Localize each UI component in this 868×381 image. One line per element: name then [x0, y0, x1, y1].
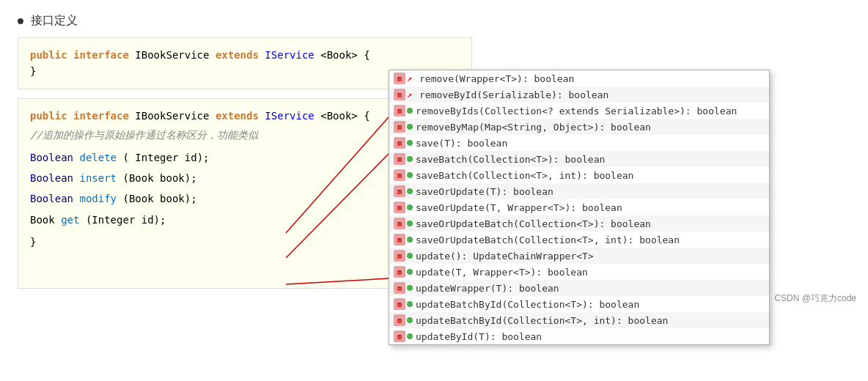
ac-icon-green	[407, 301, 413, 307]
ac-icon-green	[407, 140, 413, 146]
ac-icon-green	[407, 156, 413, 162]
ac-icon-m: m	[394, 201, 405, 213]
ac-icon-m: m	[394, 314, 405, 326]
ac-item[interactable]: msaveOrUpdateBatch(Collection<T>, int): …	[389, 232, 769, 248]
ac-item[interactable]: mupdate(): UpdateChainWrapper<T>	[389, 248, 769, 264]
ac-item[interactable]: mupdateBatchById(Collection<T>): boolean	[389, 296, 769, 312]
param-integer-1: Integer	[135, 152, 178, 163]
ac-item[interactable]: msaveBatch(Collection<T>, int): boolean	[389, 167, 769, 183]
type-boolean-3: Boolean	[30, 193, 73, 204]
ac-item-text: saveOrUpdate(T): boolean	[416, 186, 553, 197]
ac-icon-green	[407, 317, 413, 323]
ac-icon-m: m	[394, 250, 405, 262]
watermark: CSDN @巧克力code	[774, 292, 856, 305]
ac-icon-green	[407, 172, 413, 178]
ac-icon-green	[407, 269, 413, 275]
ac-item[interactable]: msaveOrUpdate(T, Wrapper<T>): boolean	[389, 199, 769, 215]
keyword-extends-2: extends	[216, 110, 259, 122]
ac-item-text: saveOrUpdateBatch(Collection<T>, int): b…	[416, 234, 680, 245]
ac-icon-m: m	[394, 185, 405, 197]
ac-item-text: save(T): boolean	[416, 138, 507, 149]
comment-text: //追加的操作与原始操作通过名称区分，功能类似	[30, 129, 258, 141]
ac-item-text: removeByMap(Map<String, Object>): boolea…	[416, 122, 651, 133]
ac-icon-green	[407, 108, 413, 114]
ac-item-text: saveOrUpdate(T, Wrapper<T>): boolean	[416, 202, 622, 213]
autocomplete-popup: m↗remove(Wrapper<T>): booleanm↗removeByI…	[389, 70, 770, 345]
ac-item[interactable]: msaveBatch(Collection<T>): boolean	[389, 151, 769, 167]
ac-icon-m: m	[394, 169, 405, 181]
ac-icon-m: m	[394, 218, 405, 229]
ac-icon-green	[407, 188, 413, 194]
bullet-dot	[18, 18, 23, 24]
ac-icon-m: m	[394, 282, 405, 294]
type-boolean-2: Boolean	[30, 172, 73, 184]
ac-item-text: saveBatch(Collection<T>, int): boolean	[416, 170, 633, 181]
method-modify: modify	[79, 193, 117, 204]
ac-item[interactable]: msaveOrUpdateBatch(Collection<T>): boole…	[389, 215, 769, 232]
ac-item[interactable]: mremoveByIds(Collection<? extends Serial…	[389, 103, 769, 119]
ac-icon-m: m	[394, 73, 405, 84]
ac-item-text: updateById(T): boolean	[416, 331, 542, 342]
ac-icon-m: m	[394, 121, 405, 133]
ac-item-text: removeByIds(Collection<? extends Seriali…	[416, 106, 737, 116]
ac-item-text: saveOrUpdateBatch(Collection<T>): boolea…	[416, 218, 651, 229]
keyword-extends: extends	[216, 49, 259, 61]
keyword-public: public	[30, 49, 67, 61]
keyword-interface-2: interface	[73, 110, 129, 122]
ac-item-text: saveBatch(Collection<T>): boolean	[416, 154, 605, 165]
ac-icon-m: m	[394, 266, 405, 278]
ac-icon-m: m	[394, 298, 405, 310]
type-iservice-2: IService	[265, 110, 314, 122]
ac-icon-green	[407, 221, 413, 226]
ac-item-text: removeById(Serializable): boolean	[419, 89, 608, 100]
ac-item[interactable]: msaveOrUpdate(T): boolean	[389, 183, 769, 199]
ac-item-text: remove(Wrapper<T>): boolean	[419, 73, 574, 84]
method-get: get	[61, 214, 79, 226]
code-line-1: public interface IBookService extends IS…	[30, 47, 460, 63]
ac-item-text: updateBatchById(Collection<T>, int): boo…	[416, 315, 668, 326]
method-insert: insert	[79, 172, 117, 184]
ac-item[interactable]: mupdateById(T): boolean	[389, 328, 769, 344]
ac-item-text: updateBatchById(Collection<T>): boolean	[416, 299, 639, 310]
ac-item[interactable]: msave(T): boolean	[389, 135, 769, 151]
ac-icon-green	[407, 253, 413, 259]
section-title: 接口定义	[31, 13, 78, 29]
ac-icon-m: m	[394, 137, 405, 149]
keyword-public-2: public	[30, 110, 67, 122]
ac-icon-m: m	[394, 234, 405, 245]
ac-icon-arrow: ↗	[407, 73, 417, 84]
ac-icon-green	[407, 124, 413, 130]
ac-item[interactable]: mremoveByMap(Map<String, Object>): boole…	[389, 119, 769, 135]
ac-item[interactable]: mupdateWrapper(T): boolean	[389, 280, 769, 296]
ac-icon-m: m	[394, 153, 405, 165]
ac-item[interactable]: m↗remove(Wrapper<T>): boolean	[389, 70, 769, 86]
type-boolean-1: Boolean	[30, 152, 73, 163]
ac-icon-arrow: ↗	[407, 89, 417, 100]
ac-item-text: update(T, Wrapper<T>): boolean	[416, 267, 588, 278]
ac-icon-m: m	[394, 105, 405, 116]
section-header: 接口定义	[18, 13, 850, 29]
ac-item-text: updateWrapper(T): boolean	[416, 283, 559, 294]
ac-icon-green	[407, 237, 413, 243]
ac-item[interactable]: m↗removeById(Serializable): boolean	[389, 86, 769, 103]
ac-icon-green	[407, 285, 413, 291]
ac-item-text: update(): UpdateChainWrapper<T>	[416, 251, 594, 262]
method-delete: delete	[79, 152, 117, 163]
keyword-interface: interface	[73, 49, 129, 61]
ac-icon-m: m	[394, 330, 405, 342]
ac-item[interactable]: mupdate(T, Wrapper<T>): boolean	[389, 264, 769, 280]
ac-icon-m: m	[394, 89, 405, 100]
ac-item[interactable]: mupdateBatchById(Collection<T>, int): bo…	[389, 312, 769, 328]
type-iservice: IService	[265, 49, 314, 61]
ac-icon-green	[407, 204, 413, 210]
ac-icon-green	[407, 333, 413, 339]
